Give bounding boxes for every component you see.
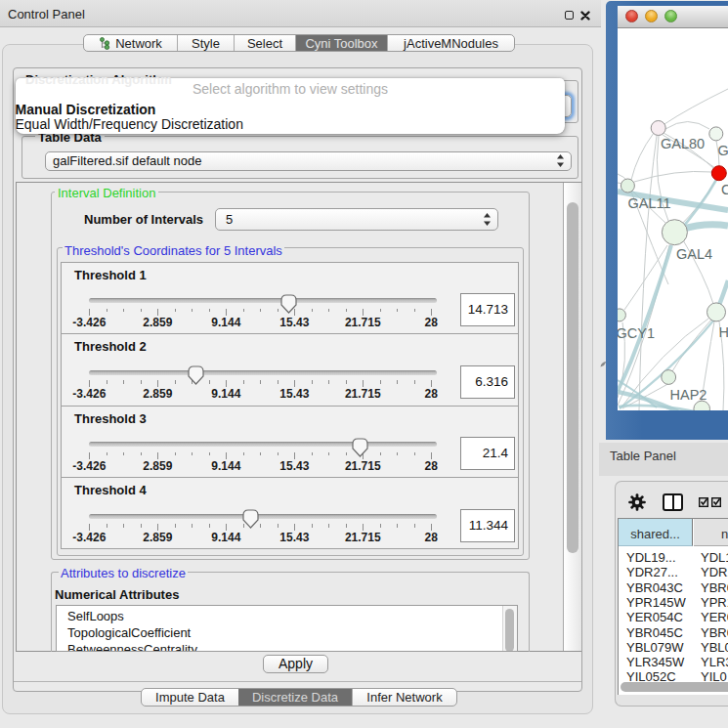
- svg-text:GAL80: GAL80: [661, 136, 705, 151]
- svg-text:HAP2: HAP2: [670, 387, 707, 403]
- svg-text:GAL11: GAL11: [628, 195, 671, 211]
- svg-text:C: C: [721, 182, 728, 197]
- svg-text:GA: GA: [718, 143, 728, 158]
- svg-text:GCY1: GCY1: [618, 325, 655, 341]
- svg-text:GAL4: GAL4: [676, 246, 712, 262]
- svg-text:H: H: [719, 324, 728, 340]
